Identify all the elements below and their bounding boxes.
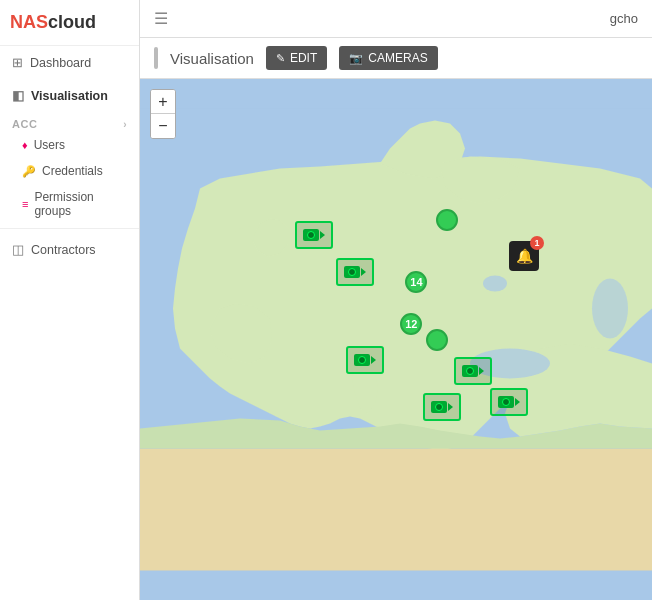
credentials-icon: 🔑 <box>22 165 36 178</box>
zoom-out-button[interactable]: − <box>151 114 175 138</box>
permission-groups-icon: ≡ <box>22 198 28 210</box>
camera-marker-2[interactable] <box>295 221 333 249</box>
svg-point-1 <box>483 276 507 292</box>
sidebar-item-visualisation-label: Visualisation <box>31 89 108 103</box>
logo-prefix: NAS <box>10 12 48 32</box>
dot-count-4 <box>426 329 448 351</box>
camera-icon: 📷 <box>349 52 363 65</box>
logo-suffix: cloud <box>48 12 96 32</box>
chevron-right-icon: › <box>123 119 127 130</box>
svg-point-2 <box>592 279 628 339</box>
sidebar-item-dashboard-label: Dashboard <box>30 56 91 70</box>
bell-icon: 🔔 <box>516 248 533 264</box>
sidebar-item-visualisation[interactable]: ◧ Visualisation <box>0 79 139 112</box>
sidebar-section-acc-label: ACC <box>12 118 37 130</box>
dot-count-1 <box>436 209 458 231</box>
zoom-controls: + − <box>150 89 176 139</box>
sidebar: NAScloud ⊞ Dashboard ◧ Visualisation ACC… <box>0 0 140 600</box>
top-bar-left: ☰ <box>154 9 168 28</box>
edit-button[interactable]: ✎ EDIT <box>266 46 327 70</box>
sidebar-item-dashboard[interactable]: ⊞ Dashboard <box>0 46 139 79</box>
top-bar: ☰ gcho <box>140 0 652 38</box>
edit-label: EDIT <box>290 51 317 65</box>
sidebar-item-permission-groups-label: Permission groups <box>34 190 127 218</box>
dashboard-icon: ⊞ <box>12 55 23 70</box>
dot-count-2: 14 <box>405 271 427 293</box>
camera-marker-1[interactable] <box>336 258 374 286</box>
camera-marker-4[interactable] <box>454 357 492 385</box>
camera-marker-5[interactable] <box>490 388 528 416</box>
dot-marker-4[interactable] <box>426 329 448 351</box>
sidebar-section-acc[interactable]: ACC › <box>0 112 139 132</box>
page-header: Visualisation ✎ EDIT 📷 CAMERAS <box>140 38 652 79</box>
alert-badge: 1 <box>530 236 544 250</box>
dot-count-3: 12 <box>400 313 422 335</box>
logo: NAScloud <box>0 0 139 46</box>
contractors-icon: ◫ <box>12 242 24 257</box>
map-svg <box>140 79 652 600</box>
top-bar-user: gcho <box>610 11 638 26</box>
hamburger-icon[interactable]: ☰ <box>154 9 168 28</box>
camera-marker-3[interactable] <box>346 346 384 374</box>
dot-marker-1[interactable] <box>436 209 458 231</box>
edit-icon: ✎ <box>276 52 285 65</box>
sidebar-item-contractors-label: Contractors <box>31 243 96 257</box>
alert-marker[interactable]: 🔔 1 <box>509 241 539 271</box>
sidebar-item-users[interactable]: ♦ Users <box>0 132 139 158</box>
cameras-button[interactable]: 📷 CAMERAS <box>339 46 437 70</box>
page-title: Visualisation <box>170 50 254 67</box>
page-title-bar <box>154 47 158 69</box>
map-container[interactable]: + − <box>140 79 652 600</box>
users-icon: ♦ <box>22 139 28 151</box>
sidebar-item-contractors[interactable]: ◫ Contractors <box>0 233 139 266</box>
sidebar-item-credentials[interactable]: 🔑 Credentials <box>0 158 139 184</box>
cameras-label: CAMERAS <box>368 51 427 65</box>
main-content: ☰ gcho Visualisation ✎ EDIT 📷 CAMERAS + … <box>140 0 652 600</box>
sidebar-item-permission-groups[interactable]: ≡ Permission groups <box>0 184 139 224</box>
dot-marker-3[interactable]: 12 <box>400 313 422 335</box>
dot-marker-2[interactable]: 14 <box>405 271 427 293</box>
visualisation-icon: ◧ <box>12 88 24 103</box>
camera-marker-6[interactable] <box>423 393 461 421</box>
sidebar-item-users-label: Users <box>34 138 65 152</box>
sidebar-item-credentials-label: Credentials <box>42 164 103 178</box>
zoom-in-button[interactable]: + <box>151 90 175 114</box>
